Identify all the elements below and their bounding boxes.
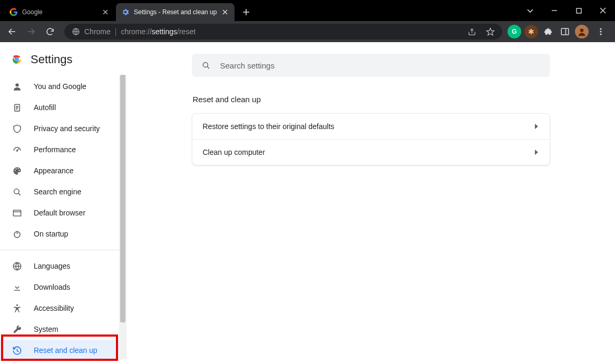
tab-google[interactable]: Google <box>4 3 115 21</box>
sidebar-item-default-browser[interactable]: Default browser <box>0 202 126 223</box>
settings-search[interactable] <box>192 54 550 77</box>
svg-marker-14 <box>486 28 494 35</box>
restore-icon <box>12 346 22 356</box>
sidebar-item-languages[interactable]: Languages <box>0 255 126 277</box>
chevron-down-icon[interactable] <box>518 0 542 21</box>
titlebar: Google Settings - Reset and clean up <box>0 0 615 21</box>
sidebar-item-label: Privacy and security <box>34 124 100 133</box>
svg-point-28 <box>16 150 17 151</box>
chevron-right-icon <box>534 123 539 130</box>
chrome-logo-icon <box>11 53 23 66</box>
row-label: Clean up computer <box>203 148 265 156</box>
sidebar-item-label: Performance <box>34 145 76 154</box>
address-bar[interactable]: Chrome | chrome://settings/reset <box>64 24 502 40</box>
sidebar-item-performance[interactable]: Performance <box>0 139 126 160</box>
minimize-button[interactable] <box>542 0 567 21</box>
globe-icon <box>12 261 22 271</box>
tab-label: Settings - Reset and clean up <box>134 8 217 16</box>
row-label: Restore settings to their original defau… <box>203 122 335 131</box>
tab-label: Google <box>22 8 97 16</box>
power-icon <box>12 229 22 239</box>
reset-card: Restore settings to their original defau… <box>192 113 550 165</box>
extensions-menu-icon[interactable] <box>541 25 555 38</box>
extension-cookie-icon[interactable]: ✱ <box>524 25 538 38</box>
palette-icon <box>12 166 22 176</box>
sidebar-scrollbar[interactable] <box>119 75 126 359</box>
tab-strip: Google Settings - Reset and clean up <box>0 0 253 21</box>
svg-point-29 <box>14 189 19 194</box>
svg-marker-40 <box>535 150 538 155</box>
search-icon <box>201 61 211 70</box>
close-window-button[interactable] <box>591 0 615 21</box>
new-tab-button[interactable] <box>239 5 253 19</box>
row-restore-defaults[interactable]: Restore settings to their original defau… <box>192 114 550 139</box>
svg-rect-31 <box>13 210 21 215</box>
site-info-icon[interactable]: Chrome | <box>72 27 116 36</box>
sidebar-item-label: You and Google <box>34 82 86 91</box>
sidebar-list: You and Google Autofill Privacy and secu… <box>0 76 126 361</box>
reload-button[interactable] <box>41 23 59 41</box>
close-icon[interactable] <box>221 8 229 16</box>
back-button[interactable] <box>3 23 21 41</box>
search-icon <box>12 187 22 197</box>
settings-main: Reset and clean up Restore settings to t… <box>126 42 615 364</box>
settings-title: Settings <box>31 53 73 66</box>
sidebar-item-reset[interactable]: Reset and clean up <box>0 340 126 361</box>
url-strong: settings <box>152 27 177 36</box>
wrench-icon <box>12 324 22 335</box>
sidebar-item-privacy[interactable]: Privacy and security <box>0 118 126 139</box>
shield-icon <box>12 124 22 134</box>
svg-marker-39 <box>535 124 538 129</box>
svg-rect-7 <box>577 8 581 13</box>
forward-button[interactable] <box>22 23 40 41</box>
sidebar-item-system[interactable]: System <box>0 319 126 340</box>
side-panel-icon[interactable] <box>558 25 572 38</box>
sidebar-item-label: Search engine <box>34 188 81 196</box>
svg-line-38 <box>207 66 209 68</box>
sidebar-item-label: Autofill <box>34 103 56 112</box>
settings-sidebar: Settings You and Google Autofill Privacy… <box>0 42 126 364</box>
sidebar-item-accessibility[interactable]: Accessibility <box>0 298 126 319</box>
autofill-icon <box>12 103 22 113</box>
close-icon[interactable] <box>101 8 110 16</box>
sidebar-item-downloads[interactable]: Downloads <box>0 277 126 298</box>
sidebar-item-you-and-google[interactable]: You and Google <box>0 76 126 97</box>
sidebar-item-label: Reset and clean up <box>34 346 97 355</box>
sidebar-item-label: Accessibility <box>34 304 74 312</box>
sidebar-item-label: System <box>34 325 58 333</box>
settings-search-input[interactable] <box>220 61 541 70</box>
bookmark-icon[interactable] <box>486 27 495 36</box>
sidebar-divider <box>0 250 126 250</box>
sidebar-item-label: On startup <box>34 230 68 238</box>
url-host: Chrome <box>84 27 111 36</box>
speed-icon <box>12 145 22 155</box>
sidebar-item-label: Appearance <box>34 166 74 175</box>
maximize-button[interactable] <box>567 0 591 21</box>
settings-favicon-icon <box>121 8 130 16</box>
tab-settings[interactable]: Settings - Reset and clean up <box>116 3 235 21</box>
window-controls <box>518 0 615 21</box>
svg-point-25 <box>16 58 18 61</box>
sidebar-item-appearance[interactable]: Appearance <box>0 160 126 181</box>
scrollbar-thumb[interactable] <box>120 75 125 322</box>
toolbar: Chrome | chrome://settings/reset G ✱ <box>0 21 615 42</box>
extension-grammarly-icon[interactable]: G <box>507 25 521 38</box>
chrome-menu-icon[interactable] <box>592 23 610 41</box>
svg-point-19 <box>600 28 601 29</box>
google-favicon-icon <box>9 8 18 16</box>
svg-rect-15 <box>561 28 569 35</box>
accessibility-icon <box>12 303 22 313</box>
sidebar-item-search-engine[interactable]: Search engine <box>0 181 126 202</box>
browser-icon <box>12 208 22 218</box>
sidebar-item-autofill[interactable]: Autofill <box>0 97 126 118</box>
chevron-right-icon <box>534 149 539 155</box>
profile-avatar[interactable] <box>575 25 589 38</box>
sidebar-item-label: Languages <box>34 262 70 270</box>
row-clean-computer[interactable]: Clean up computer <box>192 139 550 165</box>
svg-point-18 <box>580 28 584 32</box>
sidebar-item-label: Downloads <box>34 283 70 291</box>
svg-point-20 <box>600 31 601 32</box>
sidebar-item-on-startup[interactable]: On startup <box>0 223 126 244</box>
share-icon[interactable] <box>467 27 476 36</box>
svg-line-30 <box>18 193 20 195</box>
